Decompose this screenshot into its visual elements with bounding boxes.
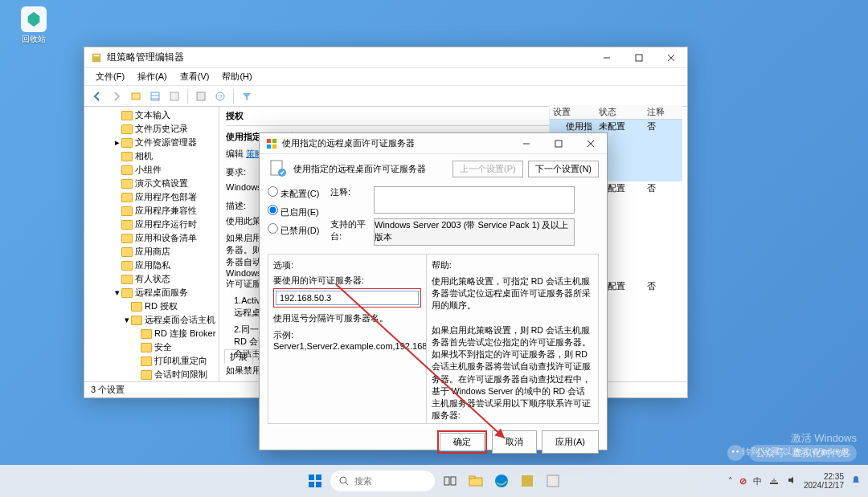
svg-rect-1 — [94, 55, 100, 56]
tree-item[interactable]: 应用和设备清单 — [84, 231, 219, 245]
tree-item[interactable]: 会话时间限制 — [84, 368, 219, 381]
gp-titlebar[interactable]: 组策略管理编辑器 — [84, 47, 687, 68]
req-label: 要求: — [226, 167, 246, 177]
tree-item[interactable]: 有人状态 — [84, 272, 219, 286]
notifications-icon[interactable] — [850, 475, 862, 487]
gp-title: 组策略管理编辑器 — [107, 51, 591, 64]
dlg-policy-name: 使用指定的远程桌面许可证服务器 — [293, 163, 446, 175]
tree-item[interactable]: 演示文稿设置 — [84, 177, 219, 190]
start-button[interactable] — [305, 471, 326, 491]
svg-rect-31 — [309, 482, 314, 487]
tree-item[interactable]: RD 连接 Broker — [84, 327, 219, 340]
gp-toolbar: ? — [84, 86, 687, 107]
gp-maximize-button[interactable] — [623, 47, 655, 68]
tray-volume-icon[interactable] — [786, 475, 797, 487]
dlg-maximize-button[interactable] — [542, 133, 575, 154]
dlg-close-button[interactable] — [575, 133, 607, 154]
radio-disabled[interactable]: 已禁用(D) — [268, 223, 322, 237]
svg-rect-32 — [316, 482, 321, 487]
menu-help[interactable]: 帮助(H) — [217, 69, 256, 84]
prev-setting-button[interactable]: 上一个设置(P) — [452, 161, 523, 177]
options-pane: 选项: 要使用的许可证服务器: 使用逗号分隔许可服务器名。 示例: Server… — [268, 255, 427, 423]
tree-item[interactable]: ▾远程桌面服务 — [84, 286, 219, 299]
cancel-button[interactable]: 取消 — [492, 430, 537, 454]
gp-taskbar-icon[interactable] — [517, 471, 538, 491]
edit-label: 编辑 — [226, 149, 244, 158]
tray-ime-icon[interactable]: 中 — [753, 475, 762, 487]
tree-item[interactable]: 应用程序运行时 — [84, 218, 219, 231]
svg-rect-35 — [451, 477, 456, 485]
tree-item[interactable]: 文件历史记录 — [84, 122, 219, 136]
toolbar-filter-icon[interactable] — [239, 88, 255, 104]
help-pane: 帮助: 使用此策略设置，可指定 RD 会话主机服务器尝试定位远程桌面许可证服务器… — [427, 255, 598, 423]
tree-item[interactable]: ▸文件资源管理器 — [84, 136, 219, 149]
taskbar-search[interactable] — [330, 471, 435, 491]
toolbar-forward-button[interactable] — [108, 88, 125, 104]
gp-close-button[interactable] — [655, 47, 687, 68]
taskbar: ˄ ⊘ 中 22:35 2024/12/17 — [0, 465, 868, 497]
tree-item[interactable]: 安全 — [84, 340, 219, 354]
taskbar-search-input[interactable] — [354, 476, 427, 486]
tab-extended[interactable]: 扩展 — [224, 349, 252, 364]
edge-taskbar-icon[interactable] — [491, 471, 512, 491]
recycle-bin-desktop-icon[interactable]: 回收站 — [14, 6, 53, 45]
toolbar-up-button[interactable] — [128, 88, 144, 104]
tray-security-icon[interactable]: ⊘ — [739, 476, 747, 487]
example-text: Server1,Server2.example.com,192.168.1.1 — [273, 341, 421, 351]
tray-network-icon[interactable] — [768, 475, 780, 487]
taskbar-clock[interactable]: 22:35 2024/12/17 — [804, 472, 844, 490]
svg-point-27 — [732, 450, 735, 453]
toolbar-list-icon[interactable] — [147, 88, 163, 104]
tree-item[interactable]: 应用程序兼容性 — [84, 204, 219, 218]
gp-minimize-button[interactable] — [591, 47, 623, 68]
example-label: 示例: — [273, 329, 421, 341]
toolbar-help-icon[interactable]: ? — [212, 88, 228, 104]
svg-rect-22 — [555, 141, 562, 147]
next-setting-button[interactable]: 下一个设置(N) — [528, 161, 599, 177]
tree-item[interactable]: 应用程序包部署 — [84, 190, 219, 204]
gp-tree-panel[interactable]: 文本输入文件历史记录▸文件资源管理器相机小组件演示文稿设置应用程序包部署应用程序… — [84, 107, 219, 381]
menu-action[interactable]: 操作(A) — [133, 69, 172, 84]
tree-item[interactable]: ▾远程桌面会话主机 — [84, 313, 219, 327]
tree-item[interactable]: 应用商店 — [84, 245, 219, 259]
supported-field: Windows Server 2003 (带 Service Pack 1) 及… — [374, 218, 575, 246]
task-view-button[interactable] — [440, 471, 461, 491]
svg-rect-37 — [469, 476, 475, 479]
config-radio-group: 未配置(C) 已启用(E) 已禁用(D) — [268, 186, 322, 237]
menu-view[interactable]: 查看(V) — [175, 69, 215, 84]
svg-rect-0 — [92, 53, 101, 62]
tray-chevron-icon[interactable]: ˄ — [728, 476, 733, 487]
tree-item[interactable]: 应用隐私 — [84, 259, 219, 272]
explorer-taskbar-icon[interactable] — [465, 471, 486, 491]
comment-field[interactable] — [374, 186, 575, 214]
svg-point-28 — [736, 450, 739, 453]
svg-text:?: ? — [219, 93, 223, 100]
svg-rect-20 — [267, 144, 271, 148]
radio-enabled[interactable]: 已启用(E) — [268, 205, 322, 218]
recycle-bin-label: 回收站 — [14, 34, 53, 45]
ok-button[interactable]: 确定 — [440, 433, 485, 451]
toolbar-back-button[interactable] — [89, 88, 105, 104]
activate-windows-watermark: 激活 Windows 转到"设置"以激活 Windows。 — [742, 432, 858, 457]
menu-file[interactable]: 文件(F) — [91, 69, 129, 84]
gp-menubar: 文件(F) 操作(A) 查看(V) 帮助(H) — [84, 68, 687, 86]
dlg-titlebar[interactable]: 使用指定的远程桌面许可证服务器 — [260, 133, 607, 154]
tree-item[interactable]: 相机 — [84, 149, 219, 163]
dlg-window-icon — [266, 138, 277, 149]
tree-item[interactable]: 打印机重定向 — [84, 354, 219, 368]
tree-item[interactable]: 小组件 — [84, 163, 219, 177]
dlg-title: 使用指定的远程桌面许可证服务器 — [282, 137, 510, 149]
svg-rect-30 — [316, 475, 321, 480]
settings-taskbar-icon[interactable] — [542, 471, 563, 491]
toolbar-properties-icon[interactable] — [193, 88, 209, 104]
dlg-minimize-button[interactable] — [510, 133, 542, 154]
tree-item[interactable]: RD 授权 — [84, 299, 219, 313]
tree-item[interactable]: 文本输入 — [84, 108, 219, 122]
license-servers-input[interactable] — [276, 291, 419, 305]
toolbar-details-icon[interactable] — [166, 88, 182, 104]
svg-rect-39 — [522, 475, 533, 487]
svg-rect-18 — [267, 138, 271, 142]
apply-button[interactable]: 应用(A) — [542, 430, 599, 454]
radio-not-configured[interactable]: 未配置(C) — [268, 186, 322, 200]
policy-icon — [268, 159, 287, 178]
